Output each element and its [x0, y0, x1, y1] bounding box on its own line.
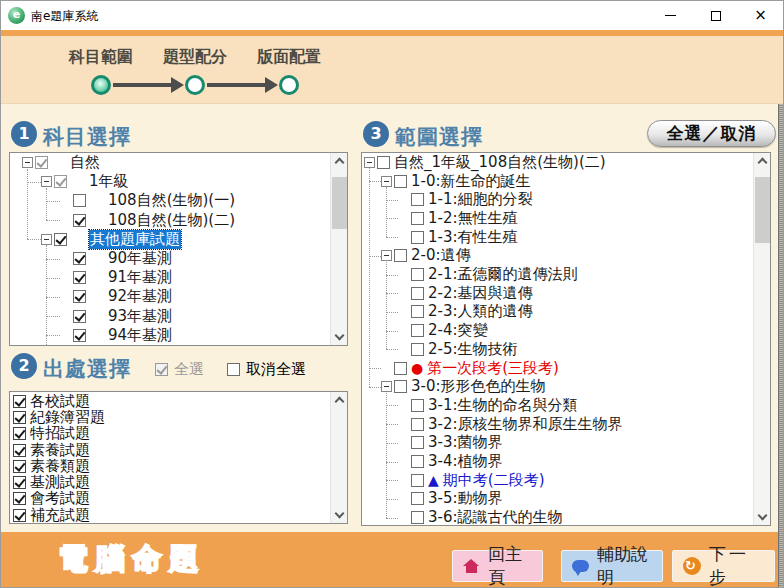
- tree-item-label[interactable]: 1年級: [89, 172, 129, 191]
- tree-row[interactable]: 108自然(生物)(二): [10, 211, 330, 230]
- tree-checkbox[interactable]: [73, 214, 86, 227]
- list-checkbox[interactable]: [13, 411, 26, 424]
- source-list-item[interactable]: 補充試題: [13, 507, 90, 523]
- source-list-scrollbar[interactable]: [330, 392, 347, 523]
- tree-checkbox[interactable]: [73, 194, 86, 207]
- tree-item-label[interactable]: 2-2:基因與遺傳: [428, 284, 533, 303]
- tree-checkbox[interactable]: [394, 362, 407, 375]
- tree-row[interactable]: 3-0:形形色色的生物: [362, 377, 753, 396]
- tree-checkbox[interactable]: [411, 511, 424, 524]
- tree-row[interactable]: 2-5:生物技術: [362, 340, 753, 359]
- tree-item-label[interactable]: 第一次段考(三段考): [427, 359, 559, 378]
- next-step-button[interactable]: ↻ 下一步: [672, 550, 775, 582]
- tree-checkbox[interactable]: [411, 268, 424, 281]
- tree-row[interactable]: 108自然(生物)(一): [10, 191, 330, 210]
- tree-item-label[interactable]: 2-1:孟德爾的遺傳法則: [428, 265, 578, 284]
- list-checkbox[interactable]: [13, 492, 26, 505]
- tree-item-label[interactable]: 3-1:生物的命名與分類: [428, 396, 578, 415]
- tree-row[interactable]: 1年級: [10, 172, 330, 191]
- tree-checkbox[interactable]: [54, 233, 67, 246]
- tree-checkbox[interactable]: [377, 156, 390, 169]
- source-list-item[interactable]: 素養試題: [13, 442, 90, 458]
- tree-checkbox[interactable]: [394, 380, 407, 393]
- tree-row[interactable]: 3-5:動物界: [362, 490, 753, 509]
- tree-checkbox[interactable]: [411, 418, 424, 431]
- tree-checkbox[interactable]: [411, 231, 424, 244]
- source-list-item[interactable]: 基測試題: [13, 475, 90, 491]
- select-all-checkbox[interactable]: 全選: [153, 360, 204, 379]
- tree-checkbox[interactable]: [411, 193, 424, 206]
- tree-row[interactable]: 1-1:細胞的分裂: [362, 190, 753, 209]
- tree-checkbox[interactable]: [411, 324, 424, 337]
- scrollbar-thumb[interactable]: [332, 177, 347, 229]
- tree-checkbox[interactable]: [411, 399, 424, 412]
- tree-checkbox[interactable]: [73, 252, 86, 265]
- tree-row[interactable]: ▲期中考(二段考): [362, 471, 753, 490]
- maximize-button[interactable]: [693, 1, 738, 30]
- tree-item-label[interactable]: 3-6:認識古代的生物: [428, 508, 563, 525]
- tree-checkbox[interactable]: [411, 455, 424, 468]
- tree-item-label[interactable]: 1-3:有性生殖: [428, 228, 518, 247]
- scrollbar-thumb[interactable]: [755, 177, 770, 243]
- tree-row[interactable]: 3-6:認識古代的生物: [362, 508, 753, 525]
- tree-row[interactable]: 91年基測: [10, 268, 330, 287]
- tree-row[interactable]: 3-3:菌物界: [362, 434, 753, 453]
- tree-row[interactable]: 自然_1年級_108自然(生物)(二): [362, 153, 753, 172]
- deselect-all-checkbox[interactable]: 取消全選: [225, 360, 306, 379]
- tree-checkbox[interactable]: [73, 271, 86, 284]
- tree-checkbox[interactable]: [54, 175, 67, 188]
- tree-collapse-icon[interactable]: [41, 234, 52, 245]
- window-edge-scrollbar[interactable]: [778, 104, 784, 588]
- list-checkbox[interactable]: [13, 395, 26, 408]
- tree-item-label[interactable]: 3-5:動物界: [428, 489, 503, 508]
- tree-item-label[interactable]: 2-3:人類的遺傳: [428, 302, 533, 321]
- tree-item-label[interactable]: 92年基測: [108, 287, 172, 306]
- tree-item-label[interactable]: 3-3:菌物界: [428, 433, 503, 452]
- tree-item-label[interactable]: 108自然(生物)(二): [108, 211, 235, 230]
- range-tree-scrollbar[interactable]: [753, 153, 770, 525]
- tree-item-label[interactable]: 3-0:形形色色的生物: [411, 377, 546, 396]
- tree-row[interactable]: 2-3:人類的遺傳: [362, 303, 753, 322]
- tree-item-label[interactable]: 2-5:生物技術: [428, 340, 518, 359]
- tree-row[interactable]: 92年基測: [10, 287, 330, 306]
- source-list-item[interactable]: 特招試題: [13, 426, 90, 442]
- minimize-button[interactable]: [648, 1, 693, 30]
- scroll-up-icon[interactable]: [758, 158, 768, 168]
- home-button[interactable]: 回主頁: [452, 550, 543, 582]
- tree-item-label[interactable]: 94年基測: [108, 326, 172, 345]
- scroll-up-icon[interactable]: [335, 158, 345, 168]
- tree-item-label[interactable]: 108自然(生物)(一): [108, 191, 235, 210]
- source-list-item[interactable]: 紀錄簿習題: [13, 409, 105, 425]
- tree-item-label[interactable]: 期中考(二段考): [443, 471, 545, 490]
- list-checkbox[interactable]: [13, 444, 26, 457]
- tree-collapse-icon[interactable]: [22, 157, 33, 168]
- tree-row[interactable]: ●第一次段考(三段考): [362, 359, 753, 378]
- list-checkbox[interactable]: [13, 476, 26, 489]
- tree-checkbox[interactable]: [35, 156, 48, 169]
- tree-row[interactable]: 3-1:生物的命名與分類: [362, 396, 753, 415]
- tree-item-label[interactable]: 91年基測: [108, 268, 172, 287]
- scroll-down-icon[interactable]: [758, 511, 768, 521]
- list-checkbox[interactable]: [13, 460, 26, 473]
- tree-collapse-icon[interactable]: [41, 176, 52, 187]
- tree-checkbox[interactable]: [411, 212, 424, 225]
- tree-checkbox[interactable]: [73, 290, 86, 303]
- tree-item-label[interactable]: 2-4:突變: [428, 321, 488, 340]
- tree-checkbox[interactable]: [73, 310, 86, 323]
- tree-row[interactable]: 1-3:有性生殖: [362, 228, 753, 247]
- close-button[interactable]: ×: [738, 1, 783, 30]
- tree-row[interactable]: 2-2:基因與遺傳: [362, 284, 753, 303]
- tree-item-label[interactable]: 93年基測: [108, 307, 172, 326]
- tree-item-label[interactable]: 1-1:細胞的分裂: [428, 190, 533, 209]
- tree-checkbox[interactable]: [411, 287, 424, 300]
- select-all-toggle-button[interactable]: 全選／取消: [647, 120, 776, 147]
- tree-row[interactable]: 1-0:新生命的誕生: [362, 172, 753, 191]
- tree-item-label[interactable]: 3-4:植物界: [428, 452, 503, 471]
- tree-row[interactable]: 其他題庫試題: [10, 230, 330, 249]
- tree-item-label[interactable]: 2-0:遺傳: [411, 246, 471, 265]
- tree-checkbox[interactable]: [394, 175, 407, 188]
- source-list-item[interactable]: 會考試題: [13, 491, 90, 507]
- tree-row[interactable]: 93年基測: [10, 307, 330, 326]
- tree-checkbox[interactable]: [411, 343, 424, 356]
- list-checkbox[interactable]: [13, 427, 26, 440]
